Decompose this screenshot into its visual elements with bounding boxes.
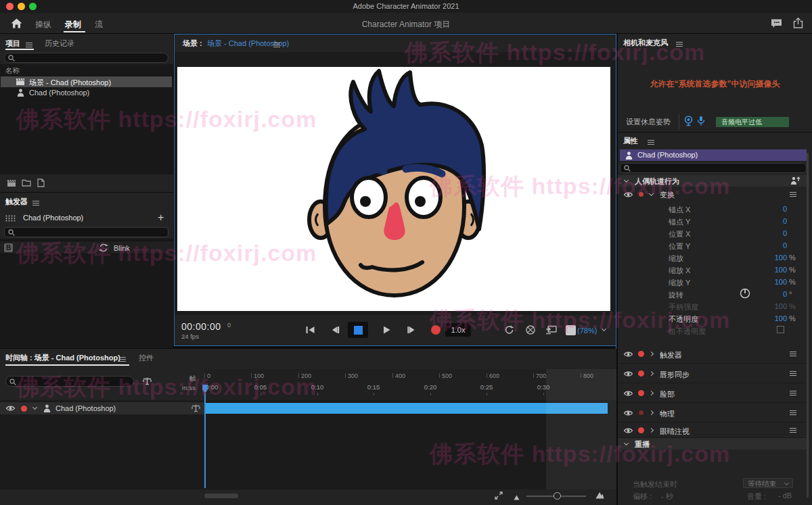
tab-record[interactable]: 录制	[65, 19, 81, 30]
param-value[interactable]: 0	[783, 290, 787, 298]
frame-back-button[interactable]	[331, 326, 340, 335]
properties-search-input[interactable]	[620, 163, 807, 173]
fit-timeline-icon[interactable]	[495, 491, 503, 501]
puppet-chad[interactable]	[177, 67, 610, 311]
eye-icon[interactable]	[5, 405, 16, 413]
param-value[interactable]: 100	[775, 254, 787, 262]
param-value[interactable]: 100	[775, 278, 787, 286]
zoom-in-icon[interactable]	[595, 491, 604, 500]
project-item-scene[interactable]: 场景 - Chad (Photoshop)	[1, 76, 172, 87]
selected-puppet-row[interactable]: Chad (Photoshop)	[620, 149, 807, 161]
record-arm-dot[interactable]	[639, 192, 644, 197]
project-search-input[interactable]	[4, 53, 168, 63]
folder-icon[interactable]	[22, 179, 31, 188]
behavior-expand-icon[interactable]	[649, 428, 654, 433]
tab-history[interactable]: 历史记录	[45, 39, 74, 49]
arm-for-record-icon[interactable]	[142, 377, 152, 387]
rig-wheel-icon[interactable]	[525, 324, 536, 337]
behavior-menu-icon[interactable]	[790, 391, 796, 395]
timeline-zoom-knob[interactable]	[554, 492, 561, 500]
param-row[interactable]: 不透明度100%	[618, 312, 809, 324]
param-value[interactable]: 0	[783, 241, 787, 249]
triggers-search-input[interactable]	[4, 227, 168, 237]
behavior-menu-icon[interactable]	[790, 371, 796, 376]
comments-icon[interactable]	[771, 18, 782, 30]
tab-controls[interactable]: 控件	[139, 353, 154, 363]
behavior-expand-icon[interactable]	[649, 371, 654, 376]
set-rest-pose-button[interactable]: 设置休息姿势	[626, 117, 671, 127]
behavior-row[interactable]: 唇形同步	[618, 364, 809, 383]
new-scene-icon[interactable]	[7, 179, 16, 189]
eye-icon[interactable]	[623, 370, 633, 379]
timeline-panel-menu-icon[interactable]	[119, 357, 126, 362]
behavior-expand-icon[interactable]	[649, 191, 654, 196]
behavior-expand-icon[interactable]	[649, 352, 654, 356]
tab-timeline[interactable]: 时间轴 : 场景 - Chad (Photoshop)	[5, 353, 120, 363]
microphone-toggle-icon[interactable]	[697, 116, 705, 128]
properties-panel-menu-icon[interactable]	[648, 140, 654, 145]
record-arm-dot[interactable]	[638, 370, 644, 377]
behavior-transform-row[interactable]: 变换	[618, 189, 809, 201]
track-expand-icon[interactable]	[32, 405, 37, 410]
add-trigger-button[interactable]: +	[158, 212, 164, 224]
playhead-line[interactable]	[204, 393, 206, 488]
param-row[interactable]: 缩放 Y100%	[618, 276, 809, 288]
param-value[interactable]: 100	[775, 266, 787, 274]
eye-icon[interactable]	[623, 390, 633, 398]
eye-icon[interactable]	[623, 191, 633, 199]
behavior-expand-icon[interactable]	[649, 410, 654, 415]
camera-toggle-icon[interactable]	[683, 116, 694, 128]
tab-stream[interactable]: 流	[95, 19, 103, 30]
share-icon[interactable]	[793, 18, 803, 30]
scene-canvas[interactable]	[177, 67, 610, 311]
behavior-menu-icon[interactable]	[790, 410, 796, 415]
param-value[interactable]: 100	[775, 314, 787, 322]
eye-icon[interactable]	[623, 351, 633, 359]
behavior-row[interactable]: 脸部	[618, 383, 809, 403]
track-behaviors-header[interactable]: 人偶轨道行为	[618, 175, 809, 187]
triggers-panel-menu-icon[interactable]	[32, 201, 39, 206]
tab-rig[interactable]: 操纵	[35, 19, 51, 30]
param-row[interactable]: 缩放 X100%	[618, 264, 809, 276]
rotation-dial-icon[interactable]	[740, 288, 750, 300]
record-arm-dot[interactable]	[638, 427, 644, 433]
properties-scrollbar[interactable]	[807, 153, 809, 498]
behavior-expand-icon[interactable]	[649, 391, 654, 395]
param-row[interactable]: 缩放100%	[618, 251, 809, 264]
param-value[interactable]: 0	[783, 205, 787, 213]
trigger-row-blink[interactable]: B Blink	[0, 241, 173, 254]
camera-panel-menu-icon[interactable]	[676, 42, 683, 47]
snapshot-button[interactable]	[566, 325, 576, 335]
play-button[interactable]	[383, 326, 390, 335]
record-arm-dot[interactable]	[639, 410, 644, 415]
new-item-icon[interactable]	[37, 178, 45, 189]
stop-button[interactable]	[348, 322, 368, 338]
record-button[interactable]	[431, 325, 441, 335]
home-icon[interactable]	[11, 18, 22, 30]
arm-for-record-icon[interactable]	[191, 404, 201, 414]
record-arm-dot[interactable]	[21, 406, 27, 412]
behavior-menu-icon[interactable]	[790, 192, 796, 197]
param-row[interactable]: 位置 Y0	[618, 239, 809, 251]
zoom-level[interactable]: (78%)	[577, 327, 597, 335]
screen-share-icon[interactable]	[545, 325, 557, 336]
group-opacity-checkbox[interactable]	[777, 326, 784, 333]
project-panel-menu-icon[interactable]	[26, 43, 32, 47]
behavior-menu-icon[interactable]	[790, 352, 796, 356]
playback-speed[interactable]: 1.0x	[445, 323, 471, 337]
replays-header[interactable]: 重播	[618, 438, 809, 450]
scene-panel-menu-icon[interactable]	[273, 43, 280, 47]
frame-forward-button[interactable]	[407, 326, 415, 335]
param-value[interactable]: 0	[783, 229, 787, 237]
param-row[interactable]: 位置 X0	[618, 227, 809, 239]
project-item-puppet[interactable]: Chad (Photoshop)	[1, 87, 172, 98]
zoom-out-icon[interactable]	[514, 494, 520, 502]
eye-icon[interactable]	[623, 427, 633, 435]
param-row[interactable]: 锚点 X0	[618, 203, 809, 215]
record-arm-dot[interactable]	[638, 351, 644, 357]
timeline-scrollbar[interactable]	[204, 494, 238, 498]
behavior-row[interactable]: 触发器	[618, 345, 809, 364]
track-header-row[interactable]: Chad (Photoshop)	[0, 402, 204, 414]
record-arm-dot[interactable]	[638, 390, 644, 396]
timeline-search-input[interactable]	[5, 376, 134, 387]
